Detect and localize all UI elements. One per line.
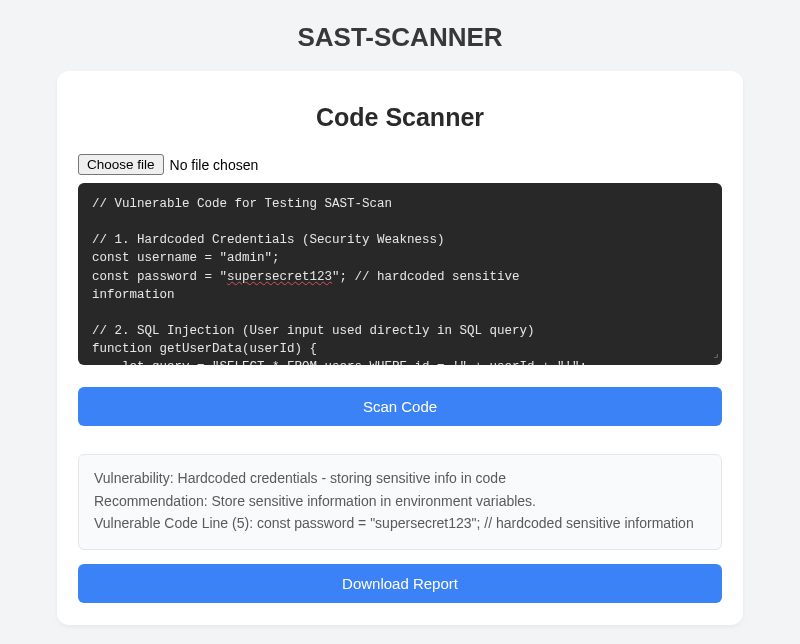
resize-handle-icon: ⌟ xyxy=(712,347,719,363)
code-input[interactable]: // Vulnerable Code for Testing SAST-Scan… xyxy=(78,183,722,365)
card-title: Code Scanner xyxy=(78,103,722,132)
scan-code-button[interactable]: Scan Code xyxy=(78,387,722,426)
result-code-line: Vulnerable Code Line (5): const password… xyxy=(94,513,706,535)
scanner-card: Code Scanner Choose file No file chosen … xyxy=(57,71,743,625)
download-report-button[interactable]: Download Report xyxy=(78,564,722,603)
result-recommendation: Recommendation: Store sensitive informat… xyxy=(94,491,706,513)
file-status: No file chosen xyxy=(170,157,259,173)
result-panel: Vulnerability: Hardcoded credentials - s… xyxy=(78,454,722,550)
file-input-row: Choose file No file chosen xyxy=(78,154,722,175)
choose-file-button[interactable]: Choose file xyxy=(78,154,164,175)
code-underline: supersecret123 xyxy=(227,270,332,284)
app-title: SAST-SCANNER xyxy=(0,0,800,71)
result-vulnerability: Vulnerability: Hardcoded credentials - s… xyxy=(94,468,706,490)
